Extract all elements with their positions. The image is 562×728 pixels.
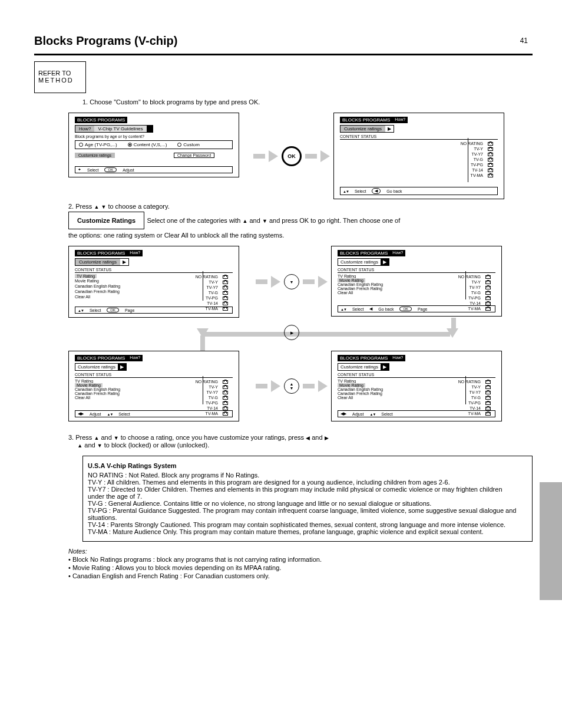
side-tab bbox=[540, 482, 562, 600]
note-3: Canadian English and French Rating : For… bbox=[68, 572, 533, 579]
ok-circle-icon: OK bbox=[282, 146, 302, 166]
radio-box: Age (TV-PG,...) Content (V,S,...) Custom bbox=[75, 140, 233, 149]
screen-c1: BLOCKS PROGRAMSHow? Customize ratings ▶ … bbox=[68, 246, 239, 318]
screen-a-sub2: V-Chip TV Guidelines bbox=[94, 126, 146, 132]
screen-b: BLOCKS PROGRAMSHow? Customize ratings ▶ … bbox=[333, 113, 504, 199]
down-icon: ▼ bbox=[101, 204, 106, 210]
screen-head: BLOCKS PROGRAMS bbox=[75, 117, 127, 123]
screen-c2: BLOCKS PROGRAMSHow? Customize ratings ▶ … bbox=[331, 246, 502, 317]
page-number: 41 bbox=[520, 37, 528, 45]
customize-heading: Customize Ratings bbox=[68, 212, 144, 229]
screen-a-sub: How? bbox=[75, 126, 94, 132]
dial-down-icon bbox=[284, 274, 299, 289]
note-2: Movie Rating : Allows you to block movie… bbox=[68, 564, 533, 571]
screen-a: BLOCKS PROGRAMS How? V-Chip TV Guideline… bbox=[68, 113, 239, 177]
screen-c3: BLOCKS PROGRAMSHow? Customize ratings ▶ … bbox=[68, 351, 239, 421]
screen-a-line: Block programs by age or by content? bbox=[75, 134, 233, 139]
rule bbox=[34, 54, 533, 55]
notes-heading: Notes: bbox=[68, 548, 87, 555]
screen-a-cr: Customize ratings bbox=[75, 153, 115, 158]
screen-a-chpw: Change Password bbox=[174, 153, 214, 158]
up-icon: ▲ bbox=[94, 204, 99, 210]
method-box: REFER TO METHOD bbox=[34, 61, 86, 93]
dial-updown-icon bbox=[284, 378, 299, 394]
method-line1: REFER TO bbox=[38, 70, 74, 77]
ratings-explain: U.S.A V-chip Ratings System NO RATING : … bbox=[82, 456, 533, 542]
note-1: Block No Ratings programs : block any pr… bbox=[68, 556, 533, 563]
lock-list-b: NO RATING TV-Y TV-Y7 TV-G TV-PG TV-14 TV… bbox=[461, 141, 492, 177]
method-line2: METHOD bbox=[38, 77, 74, 84]
hint-a: ✦Select OKAdjust bbox=[75, 166, 233, 173]
screen-c4: BLOCKS PROGRAMSHow? Customize ratings ▶ … bbox=[331, 351, 502, 421]
dial-right-icon bbox=[284, 325, 299, 340]
step2: 2. Press ▲ ▼ to choose a category. bbox=[68, 203, 533, 210]
page-title: Blocks Programs (V-chip) bbox=[34, 34, 533, 48]
step1-text: 1. Choose "Custom" to block programs by … bbox=[82, 98, 533, 106]
step3: 3. Press ▲ and ▼ to choose a rating, onc… bbox=[68, 434, 533, 448]
